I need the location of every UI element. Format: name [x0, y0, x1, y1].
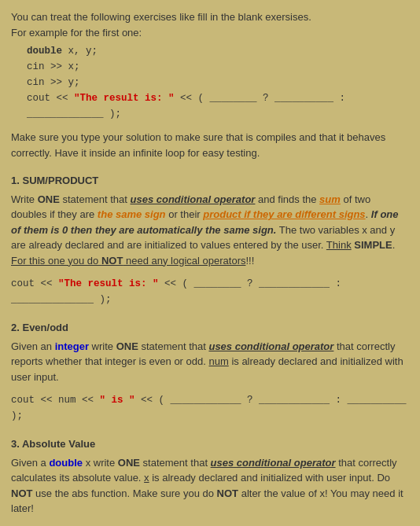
same-sign: the same sign — [98, 208, 166, 220]
section-3-heading: Absolute Value — [22, 438, 95, 450]
intro-section: You can treat the following exercises li… — [11, 9, 409, 122]
section-3-body: Given a double x write ONE statement tha… — [11, 455, 409, 517]
integer-keyword: integer — [55, 340, 89, 352]
code-line-4: cout << "The result is: " << ( ________ … — [27, 90, 409, 122]
one-bold-3: ONE — [118, 457, 140, 469]
not-bold-2: NOT — [11, 487, 32, 499]
intro-code: double x, y; cin >> x; cin >> y; cout <<… — [27, 43, 409, 122]
keyword-double: double — [27, 46, 62, 57]
intro-line1: You can treat the following exercises li… — [11, 9, 409, 25]
code-vars: x, y; — [62, 46, 98, 57]
num-underline: num — [208, 355, 228, 367]
s2-string: " is " — [100, 395, 135, 406]
think-underline: Think — [326, 239, 352, 251]
section-1: 1. SUM/PRODUCT Write ONE statement that … — [11, 173, 409, 307]
double-keyword: double — [49, 457, 83, 469]
for-this-underline: For this one you do NOT need any logical… — [11, 255, 245, 267]
code-line-2: cin >> x; — [27, 59, 409, 75]
not-bold-1: NOT — [101, 255, 123, 267]
s1-string: "The result is: " — [58, 278, 159, 289]
section-2: 2. Even/odd Given an integer write ONE s… — [11, 320, 409, 424]
not-bold-3: NOT — [217, 487, 238, 499]
result-string: "The result is: " — [74, 93, 175, 104]
section-3-number: 3. — [11, 438, 22, 450]
section-2-title: 2. Even/odd — [11, 320, 409, 336]
section-1-body: Write ONE statement that uses conditiona… — [11, 192, 409, 269]
section-3-title: 3. Absolute Value — [11, 436, 409, 452]
code-line-3: cin >> y; — [27, 75, 409, 90]
x-underline: x — [144, 472, 149, 484]
one-bold-1: ONE — [38, 193, 60, 205]
section-2-heading: Even/odd — [22, 322, 68, 333]
section-1-number: 1. — [11, 175, 22, 186]
uses-conditional-3: uses conditional operator — [211, 457, 336, 469]
simple-bold: SIMPLE — [354, 239, 392, 251]
code-line-1: double x, y; — [27, 43, 409, 59]
section-2-code: cout << num << " is " << ( ____________ … — [11, 392, 409, 424]
product-different: product if they are different signs — [203, 208, 365, 220]
uses-conditional-1: uses conditional operator — [131, 193, 256, 205]
one-bold-2: ONE — [116, 340, 138, 352]
cout-keyword: cout << — [27, 93, 74, 104]
sum-link: sum — [319, 193, 341, 205]
uses-conditional-2: uses conditional operator — [208, 340, 333, 352]
section-1-title: 1. SUM/PRODUCT — [11, 173, 409, 189]
section-1-heading: SUM/PRODUCT — [22, 175, 98, 186]
section-1-code: cout << "The result is: " << ( ________ … — [11, 276, 409, 307]
intro-line2: For example for the first one: — [11, 25, 409, 41]
section-3: 3. Absolute Value Given a double x write… — [11, 436, 409, 526]
make-sure-text: Make sure you type your solution to make… — [11, 130, 409, 160]
section-2-body: Given an integer write ONE statement tha… — [11, 339, 409, 385]
section-2-number: 2. — [11, 322, 22, 333]
